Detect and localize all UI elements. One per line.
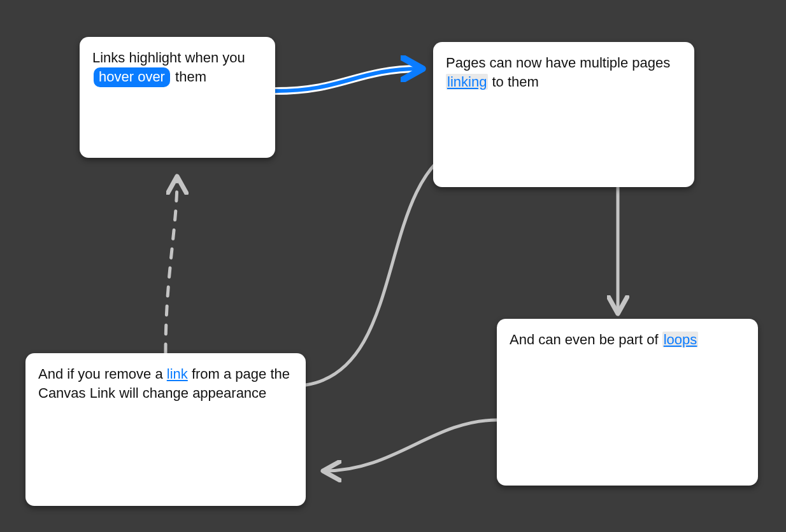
node-text: Pages can now have multiple pages	[446, 55, 670, 71]
node-text: And can even be part of	[510, 332, 662, 347]
node-text: And if you remove a	[38, 366, 167, 382]
node-text: them	[175, 69, 206, 85]
link-link[interactable]: link	[167, 366, 188, 382]
node-links-highlight[interactable]: Links highlight when you hover over them	[80, 37, 275, 158]
node-remove-link[interactable]: And if you remove a link from a page the…	[25, 353, 306, 506]
link-loops[interactable]: loops	[662, 332, 699, 347]
edge-n3-n1[interactable]	[166, 178, 177, 353]
hover-pill[interactable]: hover over	[94, 67, 170, 88]
node-loops[interactable]: And can even be part of loops	[497, 319, 758, 486]
node-text: to them	[488, 74, 538, 90]
node-pages-multiple[interactable]: Pages can now have multiple pages linkin…	[433, 42, 694, 187]
edge-n1-n2-outline	[275, 69, 420, 91]
diagram-canvas[interactable]: Links highlight when you hover over them…	[0, 0, 786, 532]
edge-n4-n3[interactable]	[325, 420, 497, 471]
link-linking[interactable]: linking	[446, 74, 488, 90]
node-text: Links highlight when you	[92, 50, 245, 66]
edge-n1-n2[interactable]	[275, 69, 420, 91]
